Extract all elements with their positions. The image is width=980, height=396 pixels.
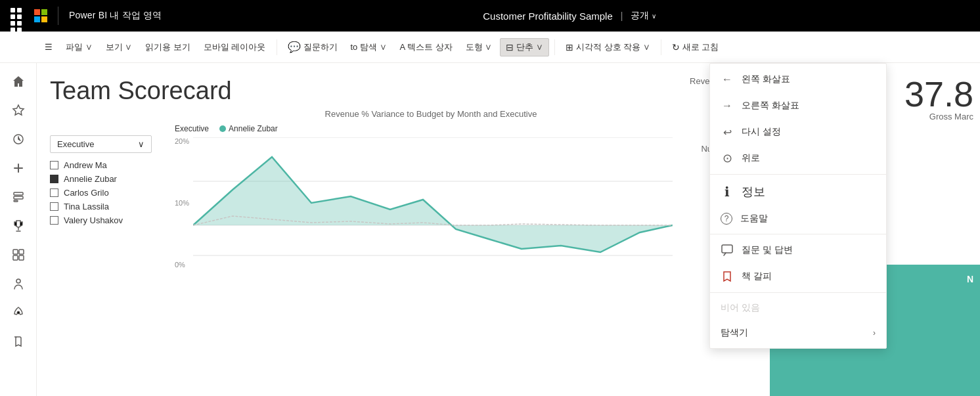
toolbar-visual[interactable]: ⊞ 시각적 상호 작용 ∨	[560, 39, 656, 56]
qa-icon	[721, 244, 734, 257]
menu-separator-3	[710, 292, 886, 293]
checkbox-andrew[interactable]	[50, 161, 58, 169]
line-chart-svg	[193, 137, 673, 269]
sidebar	[0, 63, 37, 396]
menu-item-bookmark[interactable]: 책 갈피	[710, 263, 886, 290]
menu-item-help[interactable]: ? 도움말	[710, 206, 886, 231]
book-icon	[12, 335, 25, 348]
svg-rect-5	[19, 250, 24, 254]
chart-wrapper: 20% 10% 0%	[175, 137, 687, 269]
menu-item-qa[interactable]: 질문 및 답변	[710, 237, 886, 263]
bookmark-icon: ⊟	[506, 42, 514, 53]
data-icon	[12, 190, 25, 204]
sidebar-item-home[interactable]	[5, 68, 32, 95]
checkbox-tina[interactable]	[50, 202, 58, 211]
legend-annelie: Annelie Zubar	[219, 124, 278, 133]
person-icon	[12, 277, 25, 290]
legend-annelie-dot	[219, 125, 226, 132]
region-n-label: N	[967, 274, 973, 284]
help-icon: ?	[721, 213, 732, 225]
sidebar-item-data[interactable]	[5, 184, 32, 210]
checkbox-annelie[interactable]	[50, 175, 58, 183]
scorecard-title: Team Scorecard	[50, 76, 232, 106]
toolbar-text[interactable]: A 텍스트 상자	[395, 39, 458, 56]
checkbox-valery[interactable]	[50, 216, 58, 225]
menu-item-left-arrow[interactable]: ← 왼쪽 화살표	[710, 66, 886, 93]
checkbox-carlos[interactable]	[50, 188, 58, 197]
sidebar-item-browse[interactable]	[5, 328, 32, 355]
menu-item-explorer[interactable]: 탐색기 ›	[710, 320, 886, 345]
menu-item-right-arrow[interactable]: → 오른쪽 화살표	[710, 93, 886, 119]
svg-rect-2	[14, 196, 23, 199]
executive-item-3[interactable]: Tina Lassila	[50, 200, 152, 213]
waffle-menu-icon[interactable]	[11, 8, 26, 24]
app-name: Power BI 내 작업 영역	[69, 10, 162, 22]
svg-point-9	[17, 311, 20, 314]
chart-legend: Executive Annelie Zubar	[175, 124, 687, 133]
sidebar-item-recent[interactable]	[5, 126, 32, 152]
sidebar-item-deploy[interactable]	[5, 299, 32, 326]
chart-title: Revenue % Variance to Budget by Month an…	[175, 109, 687, 119]
toolbar-mobile[interactable]: 모바일 레이아웃	[198, 39, 271, 56]
sidebar-item-favorites[interactable]	[5, 97, 32, 123]
svg-rect-4	[13, 250, 18, 254]
menu-separator-1	[710, 174, 886, 175]
toolbar-divider-2	[554, 39, 555, 55]
svg-point-8	[16, 279, 20, 283]
refresh-icon: ↻	[672, 42, 680, 53]
microsoft-logo	[34, 9, 47, 22]
toolbar-bookmark[interactable]: ⊟ 단추 ∨	[500, 38, 549, 56]
visibility-button[interactable]: 공개 ∨	[631, 10, 656, 22]
executive-item-4[interactable]: Valery Ushakov	[50, 213, 152, 227]
toolbar-explore[interactable]: to 탐색 ∨	[345, 39, 392, 56]
menu-item-info[interactable]: ℹ 정보	[710, 177, 886, 206]
visibility-chevron: ∨	[652, 12, 656, 20]
home-icon	[12, 75, 25, 88]
region-n-block: N	[875, 265, 980, 396]
svg-rect-15	[722, 245, 732, 253]
title-divider: |	[621, 11, 623, 21]
info-icon: ℹ	[721, 185, 734, 198]
toolbar-divider-1	[277, 39, 277, 55]
trophy-icon	[12, 219, 25, 232]
toolbar-read[interactable]: 읽기용 보기	[140, 39, 196, 56]
svg-rect-6	[13, 255, 18, 260]
sidebar-item-learn[interactable]	[5, 271, 32, 297]
toolbar-view[interactable]: 보기 ∨	[100, 39, 138, 56]
menu-item-back[interactable]: ⊙ 위로	[710, 145, 886, 171]
sidebar-item-metrics[interactable]	[5, 213, 32, 239]
sidebar-item-apps[interactable]	[5, 242, 32, 268]
apps-icon	[12, 248, 25, 261]
toolbar-file[interactable]: 파일 ∨	[60, 39, 98, 56]
svg-rect-1	[14, 192, 23, 195]
executive-item-2[interactable]: Carlos Grilo	[50, 186, 152, 200]
legend-executive-label: Executive	[175, 124, 209, 133]
hamburger-icon: ☰	[45, 42, 53, 52]
reset-icon: ↩	[721, 125, 734, 139]
y-axis: 20% 10% 0%	[175, 137, 193, 269]
toolbar-refresh[interactable]: ↻ 새로 고침	[667, 39, 724, 56]
svg-rect-7	[19, 255, 24, 260]
toolbar-divider-3	[661, 39, 661, 55]
menu-separator-2	[710, 234, 886, 234]
executive-item-1[interactable]: Annelie Zubar	[50, 172, 152, 186]
sidebar-item-create[interactable]	[5, 155, 32, 181]
executive-chevron: ∨	[138, 139, 145, 149]
divider	[58, 7, 58, 25]
menu-item-reset[interactable]: ↩ 다시 설정	[710, 119, 886, 145]
left-arrow-icon: ←	[721, 73, 734, 86]
executive-item-0[interactable]: Andrew Ma	[50, 158, 152, 172]
svg-marker-14	[193, 157, 673, 252]
toolbar-hamburger[interactable]: ☰	[39, 39, 58, 55]
toolbar: ☰ 파일 ∨ 보기 ∨ 읽기용 보기 모바일 레이아웃 💬 질문하기 to 탐색…	[0, 32, 980, 63]
plus-icon	[12, 162, 25, 175]
bookmark-menu-icon	[721, 270, 734, 283]
back-icon: ⊙	[721, 152, 734, 165]
report-title: Customer Profitability Sample	[483, 11, 613, 22]
toolbar-ask[interactable]: 💬 질문하기	[282, 38, 343, 56]
chat-icon: 💬	[288, 41, 301, 53]
toolbar-shape[interactable]: 도형 ∨	[460, 39, 498, 56]
scorecard-title-area: Team Scorecard	[50, 76, 232, 106]
executive-list: Andrew Ma Annelie Zubar Carlos Grilo Tin…	[50, 158, 152, 227]
executive-dropdown[interactable]: Executive ∨	[50, 135, 152, 153]
